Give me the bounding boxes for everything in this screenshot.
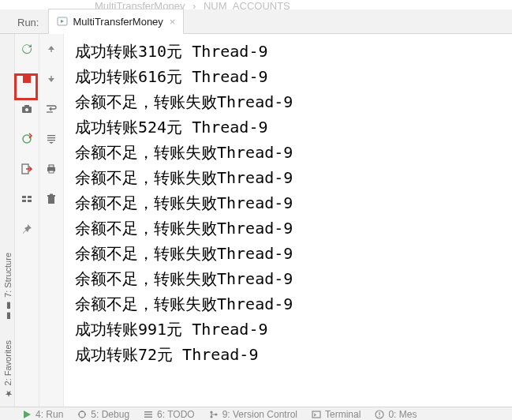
svg-marker-23 <box>24 411 31 418</box>
console-output[interactable]: 成功转账310元 Thread-9 成功转账616元 Thread-9 余额不足… <box>64 34 512 407</box>
tab-label: MultiTransferMoney <box>73 16 163 28</box>
svg-rect-2 <box>23 75 31 83</box>
pin-button[interactable] <box>17 219 37 239</box>
run-header: Run: MultiTransferMoney × <box>0 9 512 34</box>
svg-rect-11 <box>28 200 32 202</box>
stop-button[interactable] <box>17 69 37 89</box>
bottom-messages[interactable]: 0: Mes <box>375 409 417 420</box>
breadcrumb-sep: › <box>192 0 196 9</box>
svg-rect-12 <box>50 49 51 52</box>
svg-point-5 <box>25 108 28 111</box>
svg-rect-10 <box>22 200 26 202</box>
bottom-todo[interactable]: 6: TODO <box>144 409 195 420</box>
rerun-button[interactable] <box>17 39 37 59</box>
svg-rect-29 <box>144 414 152 415</box>
rerun-failed-button[interactable] <box>17 129 37 149</box>
svg-rect-19 <box>49 171 54 173</box>
bottom-version-control[interactable]: 9: Version Control <box>209 409 297 420</box>
soft-wrap-button[interactable] <box>41 99 62 119</box>
scroll-to-end-button[interactable] <box>41 129 62 149</box>
svg-rect-30 <box>144 416 152 418</box>
svg-rect-8 <box>22 196 26 198</box>
svg-rect-16 <box>47 140 55 141</box>
svg-rect-9 <box>28 196 32 198</box>
svg-rect-28 <box>144 411 152 413</box>
svg-rect-13 <box>50 76 51 79</box>
svg-rect-14 <box>47 135 55 136</box>
svg-rect-15 <box>47 137 55 138</box>
screenshot-button[interactable] <box>17 99 37 119</box>
star-icon: ★ <box>2 388 13 399</box>
svg-rect-22 <box>50 194 53 196</box>
svg-rect-21 <box>47 195 55 197</box>
svg-rect-34 <box>312 411 320 418</box>
rail-structure[interactable]: ▮▮ 7: Structure <box>2 253 13 321</box>
run-config-icon <box>57 16 68 27</box>
bottom-run[interactable]: 4: Run <box>22 409 63 420</box>
svg-point-6 <box>23 135 31 143</box>
bottom-tool-bar: 4: Run 5: Debug 6: TODO 9: Version Contr… <box>0 407 512 420</box>
tab-run-config[interactable]: MultiTransferMoney × <box>48 9 184 34</box>
rail-favorites[interactable]: ★ 2: Favorites <box>2 340 13 399</box>
run-toolbar-primary <box>15 34 39 407</box>
svg-rect-36 <box>379 412 380 415</box>
clear-button[interactable] <box>41 189 62 209</box>
structure-icon: ▮▮ <box>2 301 13 321</box>
bottom-debug[interactable]: 5: Debug <box>77 409 129 420</box>
console-text: 成功转账310元 Thread-9 成功转账616元 Thread-9 余额不足… <box>75 39 506 367</box>
breadcrumb-item[interactable]: NUM_ACCOUNTS <box>204 0 290 9</box>
svg-rect-20 <box>48 197 54 204</box>
svg-point-24 <box>79 411 85 418</box>
exit-button[interactable] <box>17 159 37 179</box>
left-tool-rail: ▮▮ 7: Structure ★ 2: Favorites <box>0 34 15 407</box>
bottom-terminal[interactable]: Terminal <box>312 409 361 420</box>
up-stack-button[interactable] <box>41 39 62 59</box>
close-icon[interactable]: × <box>170 16 176 28</box>
down-stack-button[interactable] <box>41 69 62 89</box>
layout-button[interactable] <box>17 189 37 209</box>
svg-rect-4 <box>24 105 29 107</box>
svg-rect-18 <box>49 165 54 167</box>
run-toolbar-secondary <box>39 34 64 407</box>
print-button[interactable] <box>41 159 62 179</box>
svg-marker-1 <box>61 20 64 23</box>
svg-rect-37 <box>379 416 380 417</box>
run-label: Run: <box>0 17 48 33</box>
